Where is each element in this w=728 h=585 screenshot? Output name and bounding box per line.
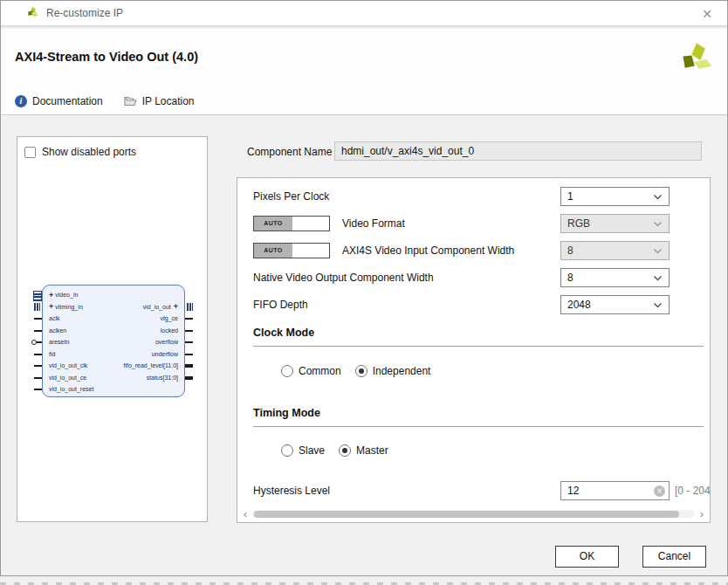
- input-width-select: 8: [560, 241, 670, 260]
- header-links: i Documentation IP Location: [15, 95, 195, 107]
- close-icon[interactable]: ✕: [699, 6, 715, 22]
- xilinx-logo-icon: [25, 6, 40, 21]
- port-vtg-ce: vtg_ce: [123, 313, 178, 325]
- cancel-button[interactable]: Cancel: [642, 546, 706, 568]
- active-low-bubble-icon: [31, 340, 37, 345]
- horizontal-scrollbar[interactable]: ‹ ›: [240, 508, 707, 520]
- selected-value: 8: [567, 244, 573, 257]
- title-bar: Re-customize IP ✕: [1, 1, 727, 27]
- clock-mode-radios: Common Independent: [281, 365, 430, 377]
- port-label: video_in: [55, 292, 78, 298]
- fifo-depth-label: FIFO Depth: [253, 295, 308, 314]
- port-label: vid_io_out: [143, 304, 171, 310]
- port-aresetn: aresetn: [49, 336, 93, 348]
- port-vid-io-out: vid_io_out +: [123, 301, 178, 313]
- port-label: overflow: [155, 339, 178, 345]
- chevron-down-icon: [653, 221, 663, 227]
- port-video-in: + video_in: [49, 289, 93, 301]
- right-ports: vid_io_out + vtg_ce locked overflow unde…: [123, 301, 178, 384]
- port-vid-io-out-clk: vid_io_out_clk: [49, 360, 93, 372]
- recustomize-ip-dialog: Re-customize IP ✕ AXI4-Stream to Video O…: [0, 0, 728, 576]
- port-label: vid_io_out_reset: [49, 386, 93, 392]
- radio-slave-label: Slave: [299, 444, 325, 457]
- port-status: status[31:0]: [123, 372, 178, 384]
- chevron-down-icon: [653, 302, 663, 308]
- background-window-strip: [0, 576, 728, 585]
- ports-preview-panel: Show disabled ports + video_in + vtiming…: [17, 136, 208, 522]
- video-format-auto-toggle[interactable]: AUTO: [253, 216, 330, 231]
- expand-icon[interactable]: +: [49, 302, 53, 311]
- hysteresis-row: Hysteresis Level × [0 - 2047]: [237, 481, 710, 500]
- port-label: locked: [161, 327, 178, 334]
- scrollbar-track[interactable]: [252, 510, 695, 518]
- scrollbar-thumb[interactable]: [254, 511, 679, 518]
- dialog-header: AXI4-Stream to Video Out (4.0) i Documen…: [1, 29, 727, 115]
- port-label: underflow: [152, 351, 178, 357]
- port-label: vid_io_out_clk: [49, 362, 87, 368]
- port-label: aresetn: [49, 339, 69, 345]
- component-name-field[interactable]: [334, 141, 702, 161]
- hysteresis-label: Hysteresis Level: [253, 481, 330, 500]
- clear-icon[interactable]: ×: [654, 485, 665, 497]
- output-width-select[interactable]: 8: [560, 268, 670, 287]
- ip-location-link[interactable]: IP Location: [142, 95, 195, 107]
- hysteresis-range-hint: [0 - 2047]: [675, 481, 711, 500]
- folder-icon: [124, 96, 137, 107]
- timing-mode-heading: Timing Mode: [253, 407, 704, 427]
- port-label: vtg_ce: [160, 315, 178, 321]
- fifo-depth-select[interactable]: 2048: [560, 295, 670, 314]
- dialog-title: Re-customize IP: [46, 7, 123, 19]
- port-locked: locked: [123, 325, 178, 337]
- timing-mode-radios: Slave Master: [281, 444, 388, 457]
- documentation-link[interactable]: Documentation: [32, 95, 103, 107]
- chevron-down-icon: [653, 248, 663, 254]
- radio-independent[interactable]: [355, 365, 367, 377]
- ip-title: AXI4-Stream to Video Out (4.0): [15, 50, 198, 64]
- scroll-right-icon[interactable]: ›: [697, 509, 707, 519]
- port-label: fifo_read_level[11:0]: [123, 362, 178, 368]
- port-label: aclken: [49, 327, 66, 334]
- port-label: fid: [49, 351, 55, 357]
- port-vtiming-in: + vtiming_in: [49, 301, 93, 313]
- radio-common-label: Common: [299, 365, 341, 377]
- port-label: vtiming_in: [55, 304, 83, 310]
- selected-value: RGB: [567, 217, 590, 230]
- port-fifo-read-level: fifo_read_level[11:0]: [123, 360, 178, 372]
- component-name-label: Component Name: [247, 146, 332, 158]
- scroll-left-icon[interactable]: ‹: [240, 509, 251, 519]
- chevron-down-icon: [653, 275, 663, 281]
- pixels-per-clock-label: Pixels Per Clock: [253, 187, 329, 206]
- output-width-label: Native Video Output Component Width: [253, 268, 434, 287]
- options-panel: Pixels Per Clock 1 AUTO Video Format RGB…: [237, 177, 711, 523]
- port-aclken: aclken: [49, 325, 93, 337]
- port-fid: fid: [49, 348, 93, 361]
- show-disabled-ports-label: Show disabled ports: [42, 146, 136, 158]
- expand-icon[interactable]: +: [174, 302, 178, 311]
- ip-block-diagram: + video_in + vtiming_in aclk aclken ares…: [42, 285, 185, 397]
- show-disabled-ports-checkbox[interactable]: [24, 147, 36, 158]
- pixels-per-clock-select[interactable]: 1: [560, 187, 670, 206]
- radio-slave[interactable]: [281, 444, 293, 457]
- selected-value: 2048: [567, 299, 591, 311]
- expand-icon[interactable]: +: [49, 291, 53, 299]
- port-label: vid_io_out_ce: [49, 375, 86, 381]
- chevron-down-icon: [653, 194, 663, 200]
- port-vid-io-out-reset: vid_io_out_reset: [49, 383, 93, 396]
- port-label: aclk: [49, 315, 59, 321]
- xilinx-logo-large: [680, 41, 715, 79]
- port-aclk: aclk: [49, 313, 93, 325]
- radio-independent-label: Independent: [373, 365, 431, 377]
- video-format-label: Video Format: [342, 214, 405, 233]
- show-disabled-ports-row: Show disabled ports: [24, 146, 136, 158]
- radio-master[interactable]: [339, 444, 351, 457]
- port-underflow: underflow: [123, 348, 178, 361]
- input-width-label: AXI4S Video Input Component Width: [342, 241, 514, 260]
- radio-master-label: Master: [356, 444, 388, 457]
- left-ports: + video_in + vtiming_in aclk aclken ares…: [49, 289, 93, 396]
- input-width-auto-toggle[interactable]: AUTO: [253, 243, 330, 258]
- selected-value: 1: [567, 190, 573, 203]
- radio-common[interactable]: [281, 365, 293, 377]
- auto-toggle-label: AUTO: [254, 244, 292, 258]
- ok-button[interactable]: OK: [555, 546, 619, 568]
- port-label: status[31:0]: [147, 375, 178, 381]
